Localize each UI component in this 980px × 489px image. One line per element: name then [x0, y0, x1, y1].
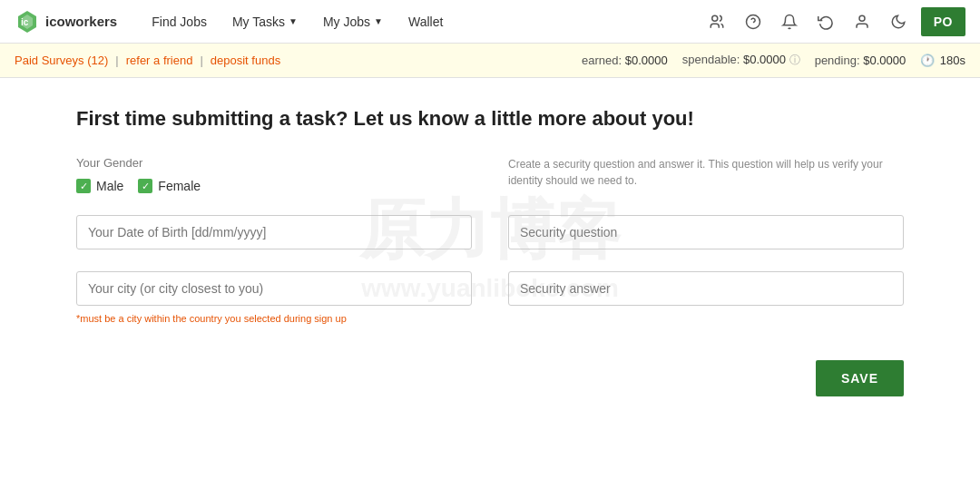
dob-group: [76, 215, 472, 249]
city-input[interactable]: [76, 271, 472, 306]
pending-label: pending:: [815, 54, 860, 67]
svg-point-3: [712, 15, 718, 21]
male-label: Male: [96, 179, 123, 193]
find-jobs-link[interactable]: Find Jobs: [139, 0, 220, 44]
logo[interactable]: ic icoworkers: [15, 9, 117, 34]
svg-point-6: [859, 15, 865, 21]
security-answer-input[interactable]: [508, 271, 904, 306]
form-section: Your Gender ✓ Male ✓ Female Create a sec…: [76, 156, 904, 396]
dark-mode-btn[interactable]: [885, 8, 912, 35]
paid-surveys-link[interactable]: Paid Surveys (12): [15, 54, 115, 67]
security-desc-group: Create a security question and answer it…: [508, 156, 904, 193]
refer-friend-link[interactable]: refer a friend: [119, 54, 201, 67]
gender-group: Your Gender ✓ Male ✓ Female: [76, 156, 472, 193]
main-content: First time submitting a task? Let us kno…: [54, 78, 926, 425]
po-button[interactable]: PO: [921, 7, 965, 36]
nav-links: Find Jobs My Tasks ▼ My Jobs ▼ Wallet: [139, 0, 703, 44]
male-checkbox[interactable]: ✓: [76, 179, 91, 193]
earned-group: earned: $0.0000: [582, 54, 668, 67]
spendable-group: spendable: $0.0000 ⓘ: [682, 53, 800, 68]
city-hint: *must be a city within the country you s…: [76, 313, 472, 324]
dob-input[interactable]: [76, 215, 472, 249]
timer-icon: 🕐: [920, 54, 935, 67]
security-answer-group: [508, 271, 904, 324]
my-jobs-caret: ▼: [374, 16, 383, 26]
navbar: ic icoworkers Find Jobs My Tasks ▼ My Jo…: [0, 0, 980, 44]
svg-text:ic: ic: [21, 17, 29, 27]
female-label: Female: [158, 179, 201, 193]
my-tasks-link[interactable]: My Tasks ▼: [220, 0, 310, 44]
my-jobs-link[interactable]: My Jobs ▼: [310, 0, 396, 44]
page-title: First time submitting a task? Let us kno…: [76, 107, 904, 131]
team-icon-btn[interactable]: [703, 8, 730, 35]
gender-label: Your Gender: [76, 156, 472, 170]
gender-row: ✓ Male ✓ Female: [76, 179, 472, 193]
form-actions: SAVE: [76, 360, 904, 396]
security-description: Create a security question and answer it…: [508, 156, 904, 189]
my-tasks-caret: ▼: [289, 16, 298, 26]
timer-value: 180s: [940, 54, 965, 67]
deposit-funds-link[interactable]: deposit funds: [203, 54, 288, 67]
nav-icons: PO: [703, 7, 965, 36]
logo-text: icoworkers: [45, 14, 117, 29]
subnav-right: earned: $0.0000 spendable: $0.0000 ⓘ pen…: [582, 53, 965, 68]
logo-icon: ic: [15, 9, 40, 34]
subnav-left: Paid Surveys (12) | refer a friend | dep…: [15, 54, 582, 67]
earned-label: earned:: [582, 54, 622, 67]
wallet-link[interactable]: Wallet: [396, 0, 456, 44]
security-question-input[interactable]: [508, 215, 904, 249]
city-group: *must be a city within the country you s…: [76, 271, 472, 324]
female-option[interactable]: ✓ Female: [138, 179, 201, 193]
male-option[interactable]: ✓ Male: [76, 179, 123, 193]
spendable-info-icon[interactable]: ⓘ: [789, 54, 800, 66]
pending-group: pending: $0.0000: [815, 54, 906, 67]
earned-value: $0.0000: [625, 54, 668, 67]
pending-value: $0.0000: [863, 54, 906, 67]
spendable-value: $0.0000: [743, 53, 786, 66]
female-checkbox[interactable]: ✓: [138, 179, 152, 193]
security-question-group: [508, 215, 904, 249]
user-icon-btn[interactable]: [848, 8, 876, 35]
spendable-label: spendable:: [682, 53, 740, 66]
bell-icon-btn[interactable]: [776, 8, 803, 35]
help-icon-btn[interactable]: [740, 8, 767, 35]
history-icon-btn[interactable]: [812, 8, 839, 35]
subnav: Paid Surveys (12) | refer a friend | dep…: [0, 44, 980, 78]
timer-group: 🕐 180s: [920, 54, 965, 67]
save-button[interactable]: SAVE: [816, 360, 904, 396]
